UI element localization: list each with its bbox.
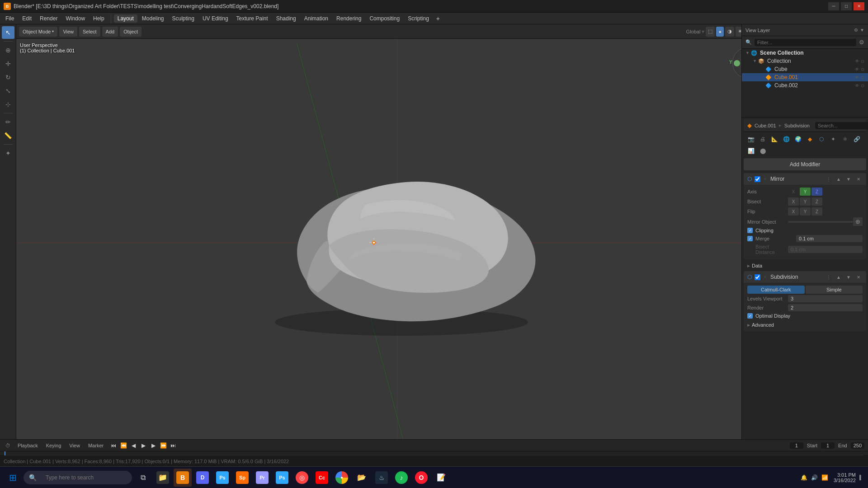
object-mode-dropdown[interactable]: Object Mode ▾ xyxy=(19,27,57,37)
outliner-scene-collection[interactable]: ▼ 🌐 Scene Collection xyxy=(742,49,868,57)
notepad-taskbar-btn[interactable]: 📝 xyxy=(432,469,450,487)
props-constraints-icon[interactable]: 🔗 xyxy=(851,134,862,145)
outliner-collection-item[interactable]: ▼ 📦 Collection 👁 ⊙ xyxy=(742,57,868,65)
menu-file[interactable]: File xyxy=(2,14,18,23)
mirror-modifier-options[interactable]: ⋮ xyxy=(825,175,833,183)
add-modifier-button[interactable]: Add Modifier xyxy=(744,159,866,170)
file-manager-taskbar-btn[interactable]: 📁 xyxy=(154,469,172,487)
props-physics-icon[interactable]: ⚛ xyxy=(840,134,850,145)
properties-search-input[interactable] xyxy=(815,122,868,129)
workspace-rendering[interactable]: Rendering xyxy=(333,14,365,23)
props-render-icon[interactable]: 📷 xyxy=(745,134,756,145)
notifications-icon[interactable]: 🔔 xyxy=(801,474,807,481)
props-output-icon[interactable]: 🖨 xyxy=(757,134,768,145)
mirror-axis-y[interactable]: Y xyxy=(800,188,811,196)
workspace-scripting[interactable]: Scripting xyxy=(404,14,433,23)
props-material-icon[interactable]: ⬤ xyxy=(757,145,768,156)
catmull-clark-btn[interactable]: Catmull-Clark xyxy=(747,286,805,294)
wireframe-shading[interactable]: ⬚ xyxy=(706,27,715,37)
material-shading[interactable]: ◑ xyxy=(725,27,734,37)
mirror-object-value[interactable] xyxy=(788,221,853,223)
subdivision-options[interactable]: ⋮ xyxy=(825,273,833,281)
props-modifier-icon[interactable]: ⬡ xyxy=(816,134,827,145)
chrome-taskbar-btn[interactable]: ● xyxy=(333,469,351,487)
subdivision-remove[interactable]: ✕ xyxy=(854,273,863,281)
cursor-tool[interactable]: ⊕ xyxy=(2,44,14,56)
flip-z[interactable]: Z xyxy=(811,207,822,216)
scale-tool[interactable]: ⤡ xyxy=(2,84,14,97)
outliner-cube-item[interactable]: 🔷 Cube 👁 ⊙ xyxy=(742,65,868,73)
network-icon[interactable]: 📶 xyxy=(821,474,828,481)
opera-taskbar-btn[interactable]: O xyxy=(412,469,430,487)
add-object-tool[interactable]: ✦ xyxy=(2,147,14,160)
levels-viewport-value[interactable]: 3 xyxy=(788,295,863,302)
menu-edit[interactable]: Edit xyxy=(19,14,35,23)
add-workspace-button[interactable]: + xyxy=(434,14,443,23)
props-object-icon[interactable]: ◆ xyxy=(804,134,815,145)
bisect-y[interactable]: Y xyxy=(800,197,811,206)
mirror-object-pick[interactable]: ⊕ xyxy=(853,217,863,226)
jump-start-btn[interactable]: ⏮ xyxy=(109,441,118,450)
menu-help[interactable]: Help xyxy=(90,14,108,23)
workspace-modeling[interactable]: Modeling xyxy=(138,14,168,23)
next-frame-btn[interactable]: ▶ xyxy=(149,441,158,450)
jump-end-btn[interactable]: ⏭ xyxy=(169,441,178,450)
timeline-playback-menu[interactable]: Playback xyxy=(15,442,41,449)
volume-icon[interactable]: 🔊 xyxy=(811,474,818,481)
subdivision-down[interactable]: ▼ xyxy=(844,273,853,281)
workspace-animation[interactable]: Animation xyxy=(301,14,332,23)
data-section-header[interactable]: ▶ Data xyxy=(744,261,866,270)
taskbar-search-input[interactable] xyxy=(40,473,127,483)
mirror-axis-z[interactable]: Z xyxy=(811,188,822,196)
bisect-z[interactable]: Z xyxy=(811,197,822,206)
current-frame-display[interactable]: 1 xyxy=(790,442,803,449)
mirror-modifier-toggle[interactable] xyxy=(755,176,760,182)
outliner-options-btn[interactable]: ⚙ xyxy=(859,39,864,46)
mirror-axis-x[interactable]: X xyxy=(788,188,799,196)
viewport-3d[interactable]: Object Mode ▾ View Select Add Object Glo… xyxy=(16,24,778,461)
solid-shading[interactable]: ● xyxy=(716,27,724,37)
menu-window[interactable]: Window xyxy=(62,14,89,23)
maximize-button[interactable]: □ xyxy=(841,2,852,10)
simple-btn[interactable]: Simple xyxy=(806,286,863,294)
workspace-compositing[interactable]: Compositing xyxy=(366,14,403,23)
ps-taskbar-btn[interactable]: Ps xyxy=(213,469,231,487)
mirror-modifier-down[interactable]: ▼ xyxy=(844,175,853,183)
cc-taskbar-btn[interactable]: Cc xyxy=(313,469,331,487)
object-menu[interactable]: Object xyxy=(120,27,142,37)
move-tool[interactable]: ✛ xyxy=(2,57,14,70)
subdivision-modifier-toggle[interactable] xyxy=(755,274,760,280)
gizmo-y-axis[interactable] xyxy=(734,60,740,66)
start-frame-display[interactable]: 1 xyxy=(821,442,835,449)
prev-keyframe-btn[interactable]: ⏪ xyxy=(119,441,128,450)
optimal-display-checkbox[interactable]: ✓ xyxy=(747,313,753,319)
advanced-section[interactable]: ▶ Advanced xyxy=(747,320,863,328)
flip-y[interactable]: Y xyxy=(800,207,811,216)
mirror-modifier-up[interactable]: ▲ xyxy=(835,175,843,183)
props-data-icon[interactable]: 📊 xyxy=(745,145,756,156)
view-layer-options[interactable]: ⚙ xyxy=(854,28,858,33)
rotate-tool[interactable]: ↻ xyxy=(2,71,14,84)
workspace-sculpting[interactable]: Sculpting xyxy=(169,14,198,23)
show-desktop-btn[interactable]: ▌ xyxy=(858,475,864,480)
photoshop-taskbar-btn[interactable]: Ps xyxy=(273,469,291,487)
taskbar-clock[interactable]: 3:01 PM 3/16/2022 xyxy=(834,472,856,483)
task-view-button[interactable]: ⧉ xyxy=(134,469,152,487)
subdivision-modifier-header[interactable]: ⬡ 👁 Subdivision ⋮ ▲ ▼ ✕ xyxy=(744,271,866,283)
timeline-marker-menu[interactable]: Marker xyxy=(85,442,106,449)
outliner-cube002-item[interactable]: 🔷 Cube.002 👁 ⊙ xyxy=(742,81,868,89)
blender-taskbar-btn[interactable]: B xyxy=(174,469,192,487)
global-local-toggle[interactable]: Global xyxy=(686,29,701,34)
capture-taskbar-btn[interactable]: ◎ xyxy=(293,469,311,487)
bisect-x[interactable]: X xyxy=(788,197,799,206)
props-particles-icon[interactable]: ✦ xyxy=(828,134,839,145)
workspace-layout[interactable]: Layout xyxy=(114,14,137,23)
timeline-keying-menu[interactable]: Keying xyxy=(43,442,64,449)
annotate-tool[interactable]: ✏ xyxy=(2,116,14,128)
select-menu[interactable]: Select xyxy=(79,27,100,37)
spotify-taskbar-btn[interactable]: ♪ xyxy=(392,469,410,487)
merge-value[interactable]: 0.1 cm xyxy=(796,235,863,242)
mirror-modifier-header[interactable]: ⬡ 👁 Mirror ⋮ ▲ ▼ ✕ xyxy=(744,173,866,185)
transform-tool[interactable]: ⊹ xyxy=(2,98,14,111)
close-button[interactable]: ✕ xyxy=(854,2,864,10)
